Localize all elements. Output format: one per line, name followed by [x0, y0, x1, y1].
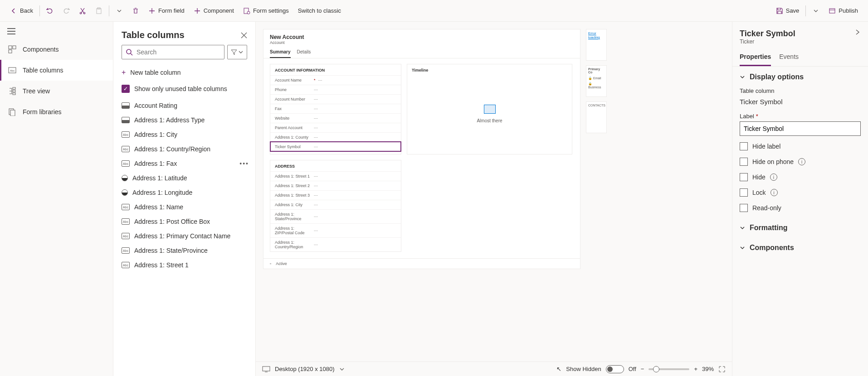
- undo-button[interactable]: [42, 5, 58, 17]
- save-dropdown[interactable]: [808, 5, 824, 17]
- nav-table-columns[interactable]: Abc Table columns: [0, 60, 113, 81]
- form-tab-summary[interactable]: Summary: [270, 49, 291, 58]
- form-field-row[interactable]: Address 1: State/Province---: [270, 209, 401, 223]
- paste-button[interactable]: [91, 5, 107, 17]
- search-box[interactable]: [122, 45, 224, 59]
- filter-button[interactable]: [227, 45, 247, 59]
- form-field-row[interactable]: Account Number---: [270, 94, 401, 104]
- close-panel-button[interactable]: [241, 32, 247, 39]
- column-type-icon: [122, 189, 128, 196]
- plus-icon: +: [122, 68, 126, 77]
- column-item[interactable]: AbcAddress 1: Country/Region•••: [113, 142, 255, 156]
- form-field-row[interactable]: Phone---: [270, 85, 401, 94]
- column-label: Address 1: Fax: [134, 160, 177, 167]
- form-field-row[interactable]: Address 1: Street 3---: [270, 190, 401, 200]
- lock-checkbox[interactable]: Lock i: [740, 185, 861, 200]
- zoom-out-button[interactable]: −: [641, 366, 644, 372]
- form-field-row[interactable]: Address 1: Street 2---: [270, 181, 401, 190]
- column-label: Address 1: Street 1: [134, 261, 189, 269]
- save-button[interactable]: Save: [771, 5, 804, 17]
- section-account-info[interactable]: ACCOUNT INFORMATION Account Name*---Phon…: [270, 64, 401, 154]
- hide-label-checkbox[interactable]: Hide label: [740, 139, 861, 154]
- back-button[interactable]: Back: [5, 5, 38, 17]
- fit-button[interactable]: [718, 366, 726, 373]
- design-canvas: New Account Account Summary Details ACCO…: [256, 22, 732, 376]
- form-field-row[interactable]: Address 1: Street 1---: [270, 171, 401, 181]
- field-label: Fax: [275, 106, 311, 111]
- switch-classic-button[interactable]: Switch to classic: [293, 5, 346, 17]
- form-field-row[interactable]: Address 1: County---: [270, 132, 401, 142]
- nav-tree-view[interactable]: Tree view: [0, 81, 113, 101]
- publish-button[interactable]: Publish: [824, 5, 863, 17]
- table-column-label: Table column: [740, 87, 861, 94]
- info-icon[interactable]: i: [770, 189, 778, 196]
- search-input[interactable]: [137, 48, 220, 56]
- components-icon: [8, 45, 16, 53]
- tab-properties[interactable]: Properties: [740, 48, 771, 66]
- section-display-options[interactable]: Display options: [740, 73, 861, 85]
- column-item[interactable]: AbcAddress 1: Primary Contact Name•••: [113, 229, 255, 243]
- form-field-row[interactable]: Ticker Symbol---: [270, 142, 401, 151]
- form-field-row[interactable]: Address 1: City---: [270, 200, 401, 209]
- mini-card-error[interactable]: Error loading: [586, 29, 607, 61]
- column-item[interactable]: AbcAddress 1: Post Office Box•••: [113, 214, 255, 229]
- form-field-row[interactable]: Address 1: ZIP/Postal Code---: [270, 223, 401, 237]
- section-timeline[interactable]: Timeline Almost there: [407, 64, 572, 154]
- form-field-row[interactable]: Address 1: Country/Region---: [270, 237, 401, 251]
- cut-button[interactable]: [74, 5, 91, 17]
- section-address[interactable]: ADDRESS Address 1: Street 1---Address 1:…: [270, 160, 401, 252]
- form-preview[interactable]: New Account Account Summary Details ACCO…: [263, 29, 580, 269]
- column-item[interactable]: AbcAddress 1: State/Province•••: [113, 243, 255, 258]
- info-icon[interactable]: i: [798, 158, 805, 165]
- show-hidden-toggle[interactable]: [606, 365, 624, 373]
- form-field-row[interactable]: Parent Account---: [270, 123, 401, 132]
- redo-button[interactable]: [58, 5, 74, 17]
- nav-form-libraries[interactable]: Form libraries: [0, 101, 113, 122]
- zoom-slider[interactable]: [649, 368, 689, 370]
- form-field-row[interactable]: Account Name*---: [270, 75, 401, 85]
- checkbox-checked-icon: ✓: [122, 85, 130, 93]
- more-icon[interactable]: •••: [239, 160, 249, 167]
- column-item[interactable]: Address 1: Latitude•••: [113, 171, 255, 185]
- hide-on-phone-checkbox[interactable]: Hide on phone i: [740, 154, 861, 169]
- hide-checkbox[interactable]: Hide i: [740, 169, 861, 185]
- mini-card-primary-contact[interactable]: Primary Co 🔒 Email 🔒 Business: [586, 65, 607, 97]
- form-tab-details[interactable]: Details: [297, 49, 311, 58]
- column-item[interactable]: Account Rating•••: [113, 98, 255, 113]
- column-item[interactable]: Address 1: Longitude•••: [113, 185, 255, 200]
- read-only-checkbox[interactable]: Read-only: [740, 200, 861, 216]
- form-field-row[interactable]: Fax---: [270, 104, 401, 113]
- paste-dropdown[interactable]: [111, 5, 127, 17]
- new-table-column-button[interactable]: + New table column: [113, 64, 255, 81]
- section-formatting[interactable]: Formatting: [740, 224, 861, 236]
- label-input[interactable]: [740, 121, 861, 136]
- svg-text:Abc: Abc: [10, 69, 15, 72]
- svg-rect-14: [13, 93, 15, 95]
- zoom-in-button[interactable]: +: [694, 366, 697, 372]
- expand-panel-button[interactable]: [854, 29, 861, 35]
- nav-components[interactable]: Components: [0, 39, 113, 60]
- show-unused-checkbox-row[interactable]: ✓ Show only unused table columns: [113, 81, 255, 98]
- hamburger-button[interactable]: [0, 24, 113, 39]
- field-value: ---: [318, 78, 322, 82]
- required-indicator: *: [756, 113, 758, 120]
- paste-icon: [95, 7, 102, 14]
- tab-events[interactable]: Events: [779, 48, 799, 66]
- info-icon[interactable]: i: [770, 174, 777, 181]
- column-item[interactable]: AbcAddress 1: Street 1•••: [113, 258, 255, 272]
- column-item[interactable]: Address 1: Address Type•••: [113, 113, 255, 127]
- component-label: Component: [204, 7, 234, 14]
- add-form-field-button[interactable]: Form field: [144, 5, 189, 17]
- column-item[interactable]: AbcAddress 1: City•••: [113, 127, 255, 142]
- form-field-row[interactable]: Website---: [270, 113, 401, 123]
- back-label: Back: [20, 7, 33, 14]
- delete-button[interactable]: [127, 5, 144, 17]
- add-component-button[interactable]: Component: [189, 5, 239, 17]
- form-settings-button[interactable]: Form settings: [239, 5, 293, 17]
- column-item[interactable]: AbcAddress 1: Fax•••: [113, 156, 255, 171]
- plus-icon: [194, 7, 201, 14]
- mini-card-contacts[interactable]: CONTACTS: [586, 101, 607, 133]
- column-item[interactable]: AbcAddress 1: Name•••: [113, 200, 255, 214]
- section-components[interactable]: Components: [740, 244, 861, 255]
- viewport-dropdown[interactable]: [339, 366, 345, 372]
